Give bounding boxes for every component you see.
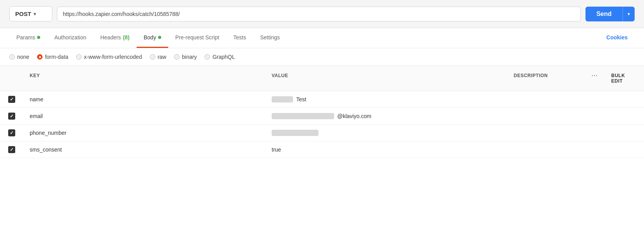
- tab-body[interactable]: Body: [137, 28, 168, 48]
- radio-urlencoded-label: x-www-form-urlencoded: [84, 54, 142, 60]
- radio-binary[interactable]: binary: [174, 54, 197, 60]
- method-chevron-icon: ▾: [34, 11, 36, 17]
- tab-authorization[interactable]: Authorization: [47, 28, 93, 48]
- send-button[interactable]: Send: [585, 7, 623, 21]
- row-3-value-blurred: [272, 130, 318, 136]
- row-4-checkbox-cell: [0, 141, 23, 158]
- row-2-checkbox[interactable]: [8, 113, 15, 120]
- method-label: POST: [15, 11, 31, 17]
- row-3-checkbox-cell: [0, 125, 23, 141]
- col-header-more[interactable]: ···: [585, 70, 605, 87]
- row-1-description[interactable]: [507, 95, 585, 104]
- table-row: phone_number: [0, 125, 644, 141]
- body-type-row: none form-data x-www-form-urlencoded raw…: [0, 48, 644, 66]
- radio-graphql-circle: [205, 54, 210, 60]
- settings-label: Settings: [260, 34, 280, 41]
- table-header: KEY VALUE DESCRIPTION ··· Bulk Edit: [0, 66, 644, 91]
- method-selector[interactable]: POST ▾: [9, 6, 52, 21]
- radio-form-data-circle: [37, 54, 43, 60]
- tab-headers[interactable]: Headers (8): [93, 28, 137, 48]
- authorization-label: Authorization: [54, 34, 86, 41]
- col-header-checkbox: [0, 70, 23, 87]
- row-1-checkbox-cell: [0, 91, 23, 108]
- table-row: sms_consent true: [0, 141, 644, 158]
- row-3-description[interactable]: [507, 128, 585, 138]
- row-1-more: [585, 95, 605, 104]
- row-2-checkbox-cell: [0, 108, 23, 124]
- row-3-checkbox[interactable]: [8, 129, 15, 136]
- row-3-key[interactable]: phone_number: [23, 125, 265, 141]
- row-4-value-cell: true: [265, 142, 507, 157]
- pre-request-script-label: Pre-request Script: [175, 34, 219, 41]
- row-2-description[interactable]: [507, 111, 585, 121]
- row-2-value-cell: @klaviyo.com: [265, 108, 507, 124]
- row-1-value-text: Test: [296, 96, 306, 102]
- radio-raw[interactable]: raw: [150, 54, 167, 60]
- row-4-checkbox[interactable]: [8, 146, 15, 153]
- headers-badge: (8): [123, 34, 130, 41]
- row-2-value-text: @klaviyo.com: [337, 113, 371, 119]
- radio-urlencoded-circle: [76, 54, 82, 60]
- row-3-value-cell: [265, 125, 507, 141]
- radio-none-circle: [9, 54, 15, 60]
- radio-binary-circle: [174, 54, 180, 60]
- row-1-checkbox[interactable]: [8, 96, 15, 103]
- row-2-value-blurred: [272, 113, 334, 119]
- row-2-more: [585, 111, 605, 121]
- row-4-key[interactable]: sms_consent: [23, 142, 265, 157]
- radio-binary-label: binary: [182, 54, 197, 60]
- radio-none[interactable]: none: [9, 54, 29, 60]
- radio-form-data[interactable]: form-data: [37, 54, 68, 60]
- radio-graphql[interactable]: GraphQL: [205, 54, 235, 60]
- col-header-value: VALUE: [265, 70, 507, 87]
- headers-label: Headers: [100, 34, 121, 41]
- params-table: KEY VALUE DESCRIPTION ··· Bulk Edit name…: [0, 66, 644, 158]
- body-dot: [158, 36, 161, 39]
- table-row: email @klaviyo.com: [0, 108, 644, 125]
- radio-raw-label: raw: [158, 54, 167, 60]
- table-row: name Test: [0, 91, 644, 108]
- radio-graphql-label: GraphQL: [212, 54, 235, 60]
- send-dropdown-button[interactable]: ▾: [623, 7, 635, 21]
- row-1-value-blurred: [272, 96, 293, 102]
- row-3-more: [585, 128, 605, 138]
- row-2-key[interactable]: email: [23, 108, 265, 124]
- radio-none-label: none: [17, 54, 29, 60]
- tab-settings[interactable]: Settings: [253, 28, 287, 48]
- row-1-bulk: [605, 95, 644, 104]
- top-bar: POST ▾ Send ▾: [0, 0, 644, 28]
- params-dot: [37, 36, 40, 39]
- tab-tests[interactable]: Tests: [226, 28, 253, 48]
- send-button-group: Send ▾: [585, 7, 635, 21]
- tabs-bar: Params Authorization Headers (8) Body Pr…: [0, 28, 644, 48]
- col-header-bulk-edit[interactable]: Bulk Edit: [605, 70, 644, 87]
- row-3-bulk: [605, 128, 644, 138]
- radio-form-data-label: form-data: [45, 54, 68, 60]
- row-2-bulk: [605, 111, 644, 121]
- row-4-bulk: [605, 145, 644, 154]
- row-1-key[interactable]: name: [23, 92, 265, 107]
- url-input[interactable]: [57, 7, 581, 21]
- row-4-description[interactable]: [507, 145, 585, 154]
- params-label: Params: [16, 34, 35, 41]
- row-4-value-text: true: [272, 147, 281, 153]
- col-header-description: DESCRIPTION: [507, 70, 585, 87]
- row-4-more: [585, 145, 605, 154]
- tab-params[interactable]: Params: [9, 28, 47, 48]
- tab-pre-request-script[interactable]: Pre-request Script: [168, 28, 226, 48]
- col-header-key: KEY: [23, 70, 265, 87]
- radio-raw-circle: [150, 54, 155, 60]
- body-label: Body: [144, 34, 156, 41]
- more-dots-header: ···: [592, 73, 598, 78]
- row-1-value-cell: Test: [265, 92, 507, 107]
- tests-label: Tests: [233, 34, 246, 41]
- radio-urlencoded[interactable]: x-www-form-urlencoded: [76, 54, 142, 60]
- cookies-label: Cookies: [607, 34, 628, 41]
- tab-cookies[interactable]: Cookies: [600, 28, 635, 48]
